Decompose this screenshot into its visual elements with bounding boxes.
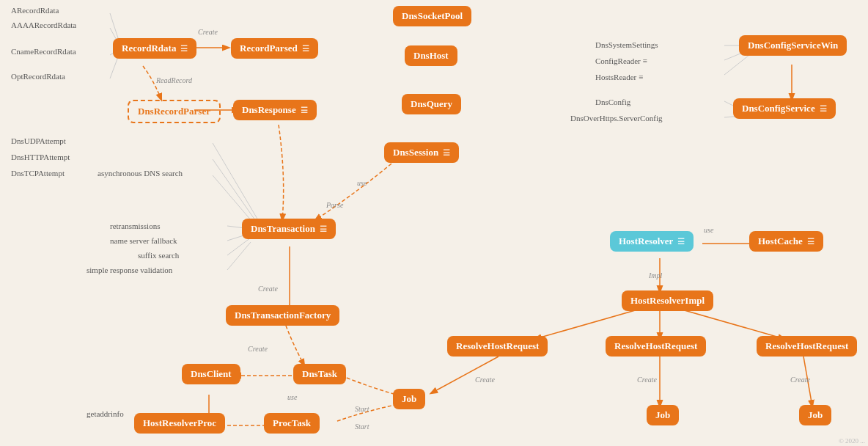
svg-line-24 [431,357,499,393]
svg-line-6 [213,143,260,224]
edge-use-3: use [704,226,713,234]
svg-line-12 [227,242,251,270]
edge-create-6: Create [790,376,810,384]
label-dns-tcp: DnsTCPAttempt [11,169,65,178]
node-dns-config-service[interactable]: DnsConfigService ☰ [733,98,836,119]
edge-readrecord: ReadRecord [156,76,192,84]
node-label: ProcTask [273,417,311,429]
node-host-resolver[interactable]: HostResolver ☰ [610,231,694,252]
node-resolve-host-request-1[interactable]: ResolveHostRequest [447,336,548,357]
node-dns-session[interactable]: DnsSession ☰ [384,142,459,163]
label-async-dns: asynchronous DNS search [98,169,183,178]
node-host-cache[interactable]: HostCache ☰ [749,231,823,252]
edge-create-4: Create [475,376,495,384]
node-job-1[interactable]: Job [393,389,425,409]
menu-icon: ☰ [301,106,308,115]
label-config-reader: ConfigReader ≡ [595,56,647,65]
node-job-2[interactable]: Job [647,405,679,425]
edge-create-5: Create [637,376,657,384]
node-host-resolver-impl[interactable]: HostResolverImpl [622,290,713,311]
edge-use-2: use [287,393,297,401]
edge-parse: Parse [326,201,343,209]
label-opt: OptRecordRdata [11,72,65,81]
label-arecord: ARecordRdata [11,6,59,15]
menu-icon: ☰ [302,44,309,54]
node-label: HostResolver [619,235,673,247]
node-dns-record-parser[interactable]: DnsRecordParser [128,100,221,123]
node-label: DnsConfigService [742,103,815,114]
node-label: DnsSocketPool [402,10,463,22]
node-label: HostCache [758,235,803,247]
node-label: DnsRecordParser [138,106,210,117]
node-label: HostResolverProc [143,417,216,429]
menu-icon: ☰ [820,104,827,114]
node-dns-config-service-win[interactable]: DnsConfigServiceWin [739,35,847,56]
node-proc-task[interactable]: ProcTask [264,413,320,434]
edge-create-3: Create [248,345,268,353]
edge-start-1: Start [355,405,369,413]
svg-line-2 [110,13,119,40]
svg-line-19 [535,310,638,339]
node-label: RecordRdata [122,43,176,54]
edge-create-2: Create [258,285,278,293]
node-label: DnsConfigServiceWin [748,40,838,51]
menu-icon: ☰ [320,224,327,234]
label-suffix: suffix search [138,251,179,260]
node-label: ResolveHostRequest [456,340,539,352]
edge-create-1: Create [198,28,218,36]
svg-line-27 [724,55,749,75]
node-dns-task[interactable]: DnsTask [293,364,346,384]
svg-line-11 [227,238,251,255]
node-dns-host[interactable]: DnsHost [405,45,457,66]
menu-icon: ☰ [807,237,814,246]
node-job-3[interactable]: Job [799,405,831,425]
node-label: Job [655,409,670,421]
node-record-rdata[interactable]: RecordRdata ☰ [113,38,196,59]
node-label: DnsResponse [242,104,296,116]
label-dns-http: DnsHTTPAttempt [11,153,70,161]
node-label: ResolveHostRequest [614,340,697,352]
edge-use-1: use [357,179,367,187]
label-dns-system: DnsSystemSettings [595,40,658,49]
label-simple-resp: simple response validation [87,266,172,274]
node-resolve-host-request-2[interactable]: ResolveHostRequest [606,336,706,357]
label-dns-udp: DnsUDPAttempt [11,136,66,145]
node-dns-transaction[interactable]: DnsTransaction ☰ [242,219,336,239]
node-label: DnsClient [191,368,232,380]
menu-icon: ☰ [443,148,450,158]
node-dns-transaction-factory[interactable]: DnsTransactionFactory [226,305,339,326]
svg-line-21 [682,310,784,339]
node-label: DnsTransaction [251,223,315,235]
node-label: Job [402,393,416,405]
node-label: HostResolverImpl [630,295,705,307]
node-dns-client[interactable]: DnsClient [182,364,240,384]
node-label: DnsSession [393,147,438,158]
node-dns-query[interactable]: DnsQuery [402,94,461,114]
label-hosts-reader: HostsReader ≡ [595,73,643,81]
label-dns-config: DnsConfig [595,98,630,106]
node-dns-response[interactable]: DnsResponse ☰ [233,100,317,120]
node-label: DnsHost [413,50,449,62]
node-label: DnsTask [302,368,337,380]
label-getaddrinfo: getaddrinfo [87,409,124,418]
menu-icon: ☰ [677,237,685,246]
edge-impl-1: Impl [649,271,662,279]
label-aaaa: AAAARecordRdata [11,21,76,29]
node-label: Job [808,409,823,421]
label-fallback: name server fallback [110,236,177,245]
node-host-resolver-proc[interactable]: HostResolverProc [134,413,225,434]
node-label: DnsQuery [411,98,452,110]
node-dns-socket-pool[interactable]: DnsSocketPool [393,6,471,26]
node-record-parsed[interactable]: RecordParsed ☰ [231,38,318,59]
menu-icon: ☰ [180,44,188,54]
edge-start-2: Start [355,423,369,431]
node-resolve-host-request-3[interactable]: ResolveHostRequest [757,336,857,357]
label-dns-over-https: DnsOverHttps.ServerConfig [570,114,663,123]
label-retransmissions: retransmissions [110,222,160,230]
node-label: RecordParsed [240,43,298,54]
label-cname: CnameRecordRdata [11,47,76,56]
svg-line-7 [213,159,260,227]
watermark: © 2020 ... [839,437,865,445]
node-label: DnsTransactionFactory [235,310,331,321]
node-label: ResolveHostRequest [765,340,848,352]
